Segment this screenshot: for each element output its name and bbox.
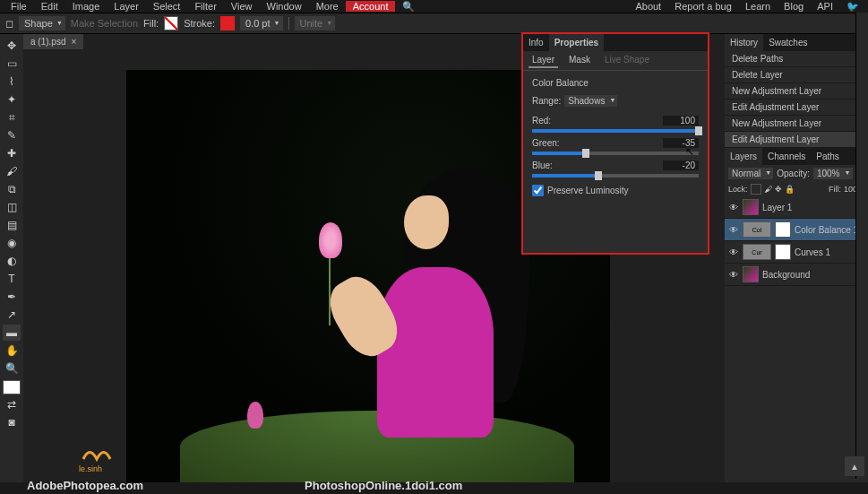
pen-tool[interactable]: ✒ — [3, 289, 21, 305]
unite-dropdown[interactable]: Unite — [295, 16, 336, 30]
history-item[interactable]: New Adjustment Layer — [725, 83, 868, 100]
layer-row[interactable]: 👁 Layer 1 — [725, 196, 868, 219]
lasso-tool[interactable]: ⌇ — [3, 74, 21, 90]
lock-pixels-icon[interactable] — [751, 184, 761, 195]
layer-thumb[interactable]: Col — [743, 221, 771, 238]
menu-edit[interactable]: Edit — [34, 1, 65, 12]
green-slider[interactable] — [532, 152, 699, 155]
subtab-liveshape: Live Shape — [601, 53, 653, 68]
image-flower — [319, 222, 342, 258]
shape-mode-dropdown[interactable]: Shape — [19, 16, 65, 30]
collapsed-panels[interactable] — [855, 13, 868, 479]
mask-thumb[interactable] — [775, 221, 791, 238]
close-icon[interactable]: × — [71, 37, 76, 47]
search-icon[interactable]: 🔍 — [395, 1, 422, 13]
document-tab[interactable]: a (1).psd × — [23, 34, 83, 49]
visibility-icon[interactable]: 👁 — [728, 225, 739, 235]
visibility-icon[interactable]: 👁 — [728, 203, 739, 212]
crop-tool[interactable]: ⌗ — [3, 109, 21, 126]
blur-tool[interactable]: ◉ — [3, 235, 21, 251]
wand-tool[interactable]: ✦ — [3, 91, 21, 108]
tab-layers[interactable]: Layers — [725, 148, 762, 165]
twitter-icon[interactable]: 🐦 — [841, 1, 864, 12]
move-tool[interactable]: ✥ — [3, 38, 21, 54]
tab-properties[interactable]: Properties — [549, 34, 604, 51]
history-item[interactable]: New Adjustment Layer — [725, 116, 868, 132]
visibility-icon[interactable]: 👁 — [728, 247, 739, 257]
tab-swatches[interactable]: Swatches — [763, 34, 812, 51]
menu-file[interactable]: File — [4, 1, 34, 12]
opacity-value[interactable]: 100% — [813, 168, 853, 179]
visibility-icon[interactable]: 👁 — [728, 270, 739, 280]
menu-more[interactable]: More — [309, 1, 346, 12]
menu-image[interactable]: Image — [65, 1, 107, 12]
menu-window[interactable]: Window — [260, 1, 309, 12]
quickmask-tool[interactable]: ◙ — [3, 414, 21, 430]
path-tool[interactable]: ↗ — [3, 307, 21, 323]
heal-tool[interactable]: ✚ — [3, 145, 21, 161]
adjustment-title: Color Balance — [532, 78, 699, 88]
blue-slider[interactable] — [532, 174, 699, 178]
history-item[interactable]: Edit Adjustment Layer — [725, 100, 868, 116]
tab-info[interactable]: Info — [523, 34, 549, 51]
hand-tool[interactable]: ✋ — [3, 342, 21, 359]
menu-account[interactable]: Account — [346, 1, 396, 12]
lock-move-icon[interactable]: ✥ — [775, 185, 782, 194]
layer-thumb[interactable]: Cur — [743, 244, 771, 260]
stroke-width[interactable]: 0.0 pt — [240, 16, 283, 30]
preserve-checkbox[interactable] — [532, 185, 544, 196]
zoom-tool[interactable]: 🔍 — [3, 360, 21, 377]
range-dropdown[interactable]: Shadows — [564, 95, 617, 107]
subtab-mask[interactable]: Mask — [565, 53, 594, 68]
layer-row[interactable]: 👁 Background — [725, 264, 868, 286]
scroll-top-button[interactable]: ▲ — [845, 456, 864, 476]
layer-thumb[interactable] — [743, 266, 759, 282]
eyedrop-tool[interactable]: ✎ — [3, 127, 21, 143]
stamp-tool[interactable]: ⧉ — [3, 181, 21, 197]
menu-blog[interactable]: Blog — [778, 1, 809, 12]
menu-filter[interactable]: Filter — [187, 1, 223, 12]
tab-history[interactable]: History — [725, 34, 763, 51]
gradient-tool[interactable]: ▤ — [3, 217, 21, 233]
menu-view[interactable]: View — [224, 1, 260, 12]
mask-thumb[interactable] — [775, 244, 791, 260]
menu-learn[interactable]: Learn — [740, 1, 776, 12]
red-value[interactable]: 100 — [663, 116, 699, 126]
tab-paths[interactable]: Paths — [811, 148, 845, 165]
lock-brush-icon[interactable]: 🖌 — [764, 185, 772, 194]
fill-swatch[interactable] — [164, 16, 178, 30]
menu-right: About Report a bug Learn Blog API 🐦 — [630, 1, 864, 13]
tab-channels[interactable]: Channels — [762, 148, 811, 165]
footer-right: PhotoshopOnline.1doi1.com — [143, 479, 462, 492]
marquee-tool[interactable]: ▭ — [3, 56, 21, 72]
swap-color-icon[interactable]: ⇄ — [3, 396, 21, 412]
green-label: Green: — [532, 138, 560, 148]
rect-tool[interactable]: ▬ — [3, 325, 21, 341]
layer-row[interactable]: 👁 Col Color Balance 1 — [725, 219, 868, 241]
type-tool[interactable]: T — [3, 271, 21, 287]
preserve-luminosity[interactable]: Preserve Luminosity — [532, 185, 699, 196]
history-item[interactable]: Delete Layer — [725, 67, 868, 83]
opacity-label: Opacity: — [777, 169, 810, 178]
menu-api[interactable]: API — [812, 1, 838, 12]
history-item[interactable]: Edit Adjustment Layer — [725, 132, 868, 148]
eraser-tool[interactable]: ◫ — [3, 199, 21, 215]
fill-opacity-label: Fill: — [829, 185, 841, 194]
layers-panel: Normal Opacity: 100% Lock: 🖌 ✥ 🔒 Fill: 1… — [725, 165, 868, 482]
brush-tool[interactable]: 🖌 — [3, 163, 21, 179]
history-item[interactable]: Delete Paths — [725, 51, 868, 67]
blend-mode-dropdown[interactable]: Normal — [728, 168, 773, 179]
layer-thumb[interactable] — [743, 199, 759, 215]
menu-about[interactable]: About — [630, 1, 666, 12]
menu-layer[interactable]: Layer — [107, 1, 146, 12]
dodge-tool[interactable]: ◐ — [3, 253, 21, 269]
lock-all-icon[interactable]: 🔒 — [785, 185, 795, 194]
stroke-swatch[interactable] — [220, 16, 235, 30]
red-slider[interactable] — [532, 129, 699, 133]
blue-value[interactable]: -20 — [663, 160, 699, 170]
menu-select[interactable]: Select — [146, 1, 188, 12]
subtab-layer[interactable]: Layer — [529, 53, 558, 68]
menu-report[interactable]: Report a bug — [669, 1, 737, 12]
fg-color[interactable] — [3, 380, 21, 394]
layer-row[interactable]: 👁 Cur Curves 1 — [725, 241, 868, 264]
